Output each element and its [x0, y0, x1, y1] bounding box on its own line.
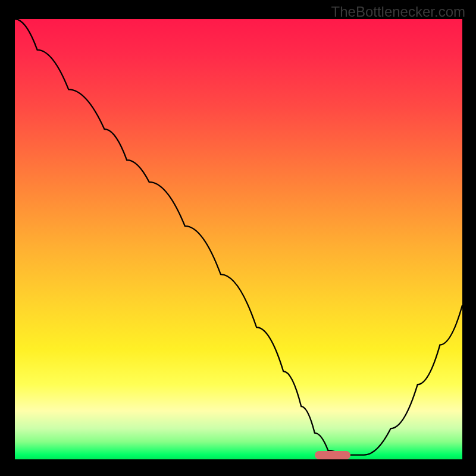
optimal-range-marker — [315, 451, 350, 459]
bottleneck-curve — [15, 19, 462, 459]
chart-container — [15, 19, 462, 459]
watermark-text: TheBottlenecker.com — [331, 4, 465, 20]
